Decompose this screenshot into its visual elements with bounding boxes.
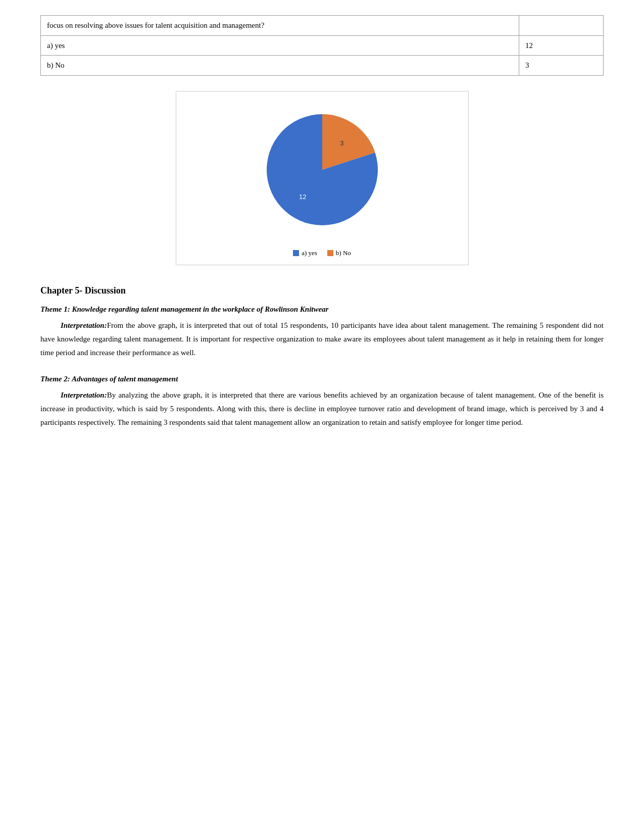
theme-1-section: Theme 1: Knowledge regarding talent mana… — [40, 305, 604, 360]
theme-2-heading: Theme 2: Advantages of talent management — [40, 375, 604, 383]
value-header-cell — [519, 16, 603, 36]
table-row-question: focus on resolving above issues for tale… — [41, 16, 604, 36]
theme-1-interpretation-label: Interpretation: — [61, 321, 107, 329]
survey-table: focus on resolving above issues for tale… — [40, 15, 604, 76]
theme-1-interpretation-text: From the above graph, it is interpreted … — [40, 321, 604, 357]
legend-item-yes: a) yes — [293, 249, 317, 257]
theme-2-interpretation: Interpretation:By analyzing the above gr… — [40, 388, 604, 429]
chart-area: 312 — [186, 102, 458, 243]
yes-value-cell: 12 — [519, 35, 603, 56]
question-cell: focus on resolving above issues for tale… — [41, 16, 519, 36]
chart-legend: a) yes b) No — [186, 249, 458, 257]
legend-label-no: b) No — [336, 249, 351, 257]
chapter-title: Chapter 5- Discussion — [40, 285, 604, 296]
legend-label-yes: a) yes — [302, 249, 317, 257]
svg-text:12: 12 — [299, 193, 306, 201]
table-row-no: b) No 3 — [41, 56, 604, 76]
yes-label-cell: a) yes — [41, 35, 519, 56]
theme-2-section: Theme 2: Advantages of talent management… — [40, 375, 604, 429]
theme-2-interpretation-text: By analyzing the above graph, it is inte… — [40, 391, 604, 426]
chart-container: 312 a) yes b) No — [176, 91, 469, 265]
no-label-cell: b) No — [41, 56, 519, 76]
legend-swatch-no — [327, 250, 333, 256]
theme-2-interpretation-label: Interpretation: — [61, 391, 107, 399]
chapter-section: Chapter 5- Discussion Theme 1: Knowledge… — [40, 285, 604, 429]
pie-chart-svg: 312 — [241, 102, 403, 243]
theme-1-heading: Theme 1: Knowledge regarding talent mana… — [40, 305, 604, 314]
legend-item-no: b) No — [327, 249, 351, 257]
theme-1-interpretation: Interpretation:From the above graph, it … — [40, 319, 604, 360]
legend-swatch-yes — [293, 250, 299, 256]
svg-text:3: 3 — [340, 139, 343, 146]
no-value-cell: 3 — [519, 56, 603, 76]
table-row-yes: a) yes 12 — [41, 35, 604, 56]
